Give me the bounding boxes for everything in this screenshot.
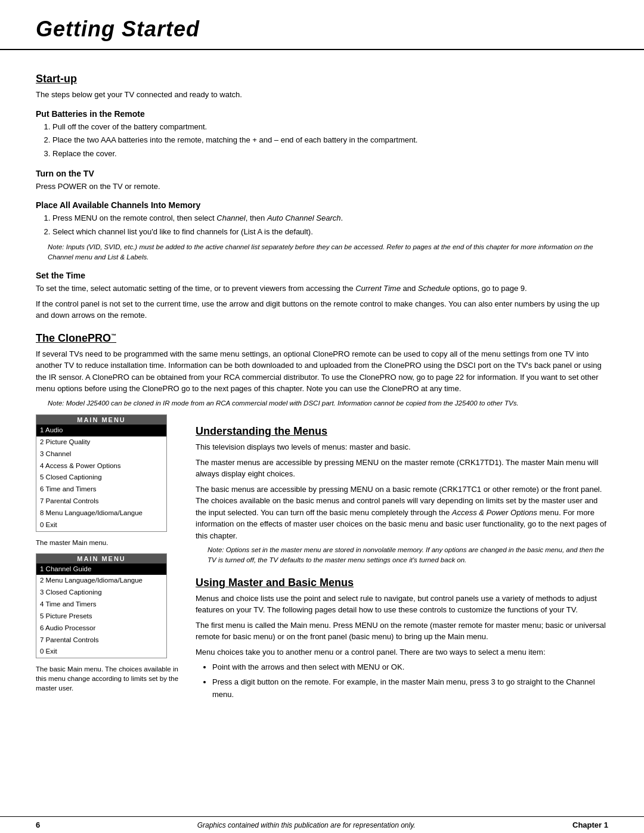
master-menu-item-8: 0 Exit [36, 519, 166, 531]
batteries-step-3: Replace the cover. [52, 148, 608, 160]
master-menu-box: MAIN MENU 1 Audio 2 Picture Quality 3 Ch… [36, 414, 167, 531]
batteries-steps: Pull off the cover of the battery compar… [52, 121, 608, 160]
using-menus-bullet-1: Point with the arrows and then select wi… [212, 661, 608, 674]
clonepro-tm: ™ [111, 333, 116, 339]
channels-note: Note: Inputs (VID, SVID, etc.) must be a… [48, 242, 608, 263]
basic-menu-item-1: 2 Menu Language/Idioma/Langue [36, 575, 166, 587]
using-menus-text2: The first menu is called the Main menu. … [196, 620, 608, 643]
basic-menu-item-2: 3 Closed Captioning [36, 587, 166, 599]
channels-title: Place All Available Channels Into Memory [36, 200, 608, 210]
page-footer: 6 Graphics contained within this publica… [0, 816, 644, 833]
master-menu-item-7: 8 Menu Language/Idioma/Langue [36, 507, 166, 519]
channels-step-2: Select which channel list you'd like to … [52, 226, 608, 239]
col-right: Understanding the Menus This television … [196, 414, 608, 704]
footer-chapter: Chapter 1 [572, 820, 608, 829]
master-menu-item-0: 1 Audio [36, 425, 166, 436]
basic-menu-caption: The basic Main menu. The choices availab… [36, 664, 179, 693]
master-menu-caption: The master Main menu. [36, 538, 179, 547]
using-menus-bullets: Point with the arrows and then select wi… [212, 661, 608, 701]
page-container: Getting Started Start-up The steps below… [0, 0, 644, 833]
channels-step-1: Press MENU on the remote control, then s… [52, 212, 608, 225]
channels-steps: Press MENU on the remote control, then s… [52, 212, 608, 239]
using-menus-bullet-2: Press a digit button on the remote. For … [212, 676, 608, 701]
settime-text1: To set the time, select automatic settin… [36, 283, 608, 295]
clonepro-text1: If several TVs need to be programmed wit… [36, 348, 608, 395]
page-content: Start-up The steps below get your TV con… [0, 50, 644, 816]
footer-page-number: 6 [36, 820, 40, 829]
basic-menu-item-4: 5 Picture Presets [36, 611, 166, 623]
master-menu-header: MAIN MENU [36, 415, 166, 425]
master-menu-item-3: 4 Access & Power Options [36, 460, 166, 472]
master-menu-item-6: 7 Parental Controls [36, 496, 166, 507]
batteries-title: Put Batteries in the Remote [36, 109, 608, 119]
batteries-step-1: Pull off the cover of the battery compar… [52, 121, 608, 134]
startup-intro: The steps below get your TV connected an… [36, 89, 608, 101]
basic-menu-item-3: 4 Time and Timers [36, 599, 166, 611]
master-menu-item-1: 2 Picture Quality [36, 436, 166, 448]
understanding-title: Understanding the Menus [196, 425, 608, 438]
master-menu-item-2: 3 Channel [36, 448, 166, 460]
page-title: Getting Started [36, 17, 608, 42]
startup-title: Start-up [36, 73, 608, 85]
turnon-text: Press POWER on the TV or remote. [36, 181, 608, 193]
settime-title: Set the Time [36, 271, 608, 280]
basic-menu-item-6: 7 Parental Controls [36, 634, 166, 646]
using-menus-text1: Menus and choice lists use the point and… [196, 593, 608, 616]
two-col-layout: MAIN MENU 1 Audio 2 Picture Quality 3 Ch… [36, 414, 608, 704]
basic-menu-header: MAIN MENU [36, 554, 166, 563]
understanding-note: Note: Options set in the master menu are… [208, 545, 608, 566]
master-menu-item-5: 6 Time and Timers [36, 484, 166, 496]
understanding-text2: The master menus are accessible by press… [196, 457, 608, 480]
using-menus-title: Using Master and Basic Menus [196, 577, 608, 589]
clonepro-title: The ClonePRO™ [36, 332, 608, 345]
clonepro-note: Note: Model J25400 can be cloned in IR m… [48, 398, 608, 408]
using-menus-text3: Menu choices take you to another menu or… [196, 646, 608, 658]
settime-text2: If the control panel is not set to the c… [36, 298, 608, 321]
col-left: MAIN MENU 1 Audio 2 Picture Quality 3 Ch… [36, 414, 179, 704]
understanding-text1: This television displays two levels of m… [196, 441, 608, 453]
basic-menu-item-7: 0 Exit [36, 646, 166, 658]
page-header: Getting Started [0, 0, 644, 50]
footer-graphics-note: Graphics contained within this publicati… [197, 821, 416, 829]
turnon-title: Turn on the TV [36, 169, 608, 178]
basic-menu-item-5: 6 Audio Processor [36, 623, 166, 634]
basic-menu-item-0: 1 Channel Guide [36, 563, 166, 575]
basic-menu-box: MAIN MENU 1 Channel Guide 2 Menu Languag… [36, 553, 167, 659]
understanding-text3: The basic menus are accessible by pressi… [196, 484, 608, 542]
batteries-step-2: Place the two AAA batteries into the rem… [52, 134, 608, 147]
master-menu-item-4: 5 Closed Captioning [36, 472, 166, 484]
